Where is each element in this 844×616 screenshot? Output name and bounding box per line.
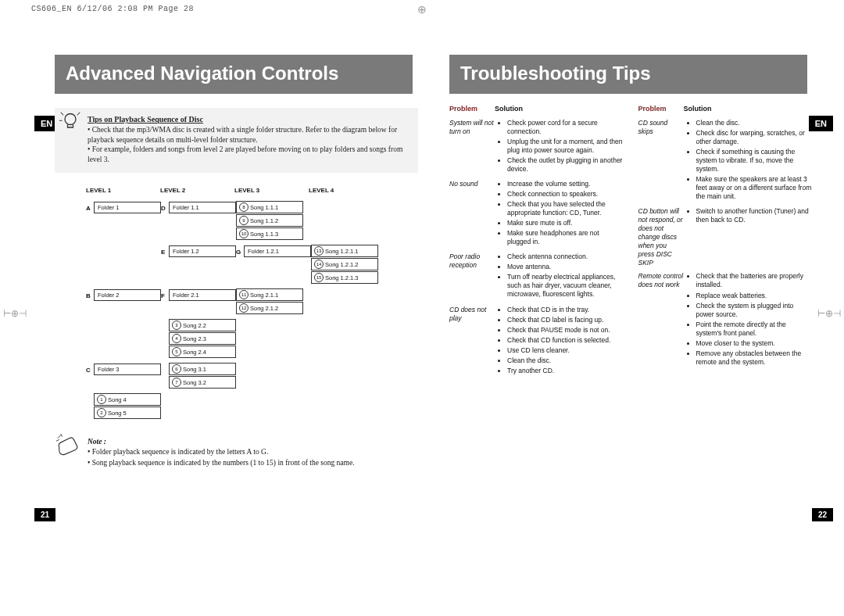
tips-line-1: • Check that the mp3/WMA disc is created… — [88, 126, 397, 144]
header-problem-2: Problem — [638, 105, 684, 114]
ts-solution-item: Check that CD label is facing up. — [507, 316, 624, 324]
ts-problem: CD button will not respond, or does not … — [638, 207, 687, 267]
ts-problem: No sound — [449, 180, 498, 248]
ts-solution-item: Point the remote directly at the system'… — [696, 321, 814, 338]
level-3: LEVEL 3 — [234, 187, 309, 194]
ts-solution-item: Clean the disc. — [507, 356, 624, 365]
songs-root: 1Song 4 2Song 5 — [94, 392, 161, 420]
ts-row: System will not turn onCheck power cord … — [449, 119, 624, 175]
ts-solution-item: Unplug the unit for a moment, and then p… — [507, 138, 624, 155]
ts-row: CD button will not respond, or does not … — [638, 207, 814, 267]
marker-g: G — [236, 244, 244, 285]
ts-solution-item: Check that PAUSE mode is not on. — [507, 326, 624, 335]
hand-icon — [56, 432, 80, 456]
ts-problem: CD does not play — [449, 306, 498, 377]
page-number-left: 21 — [34, 508, 55, 521]
ts-solution-item: Check the outlet by plugging in another … — [507, 156, 624, 174]
ts-solution-item: Check antenna connection. — [507, 252, 624, 261]
level-4: LEVEL 4 — [309, 187, 383, 194]
ts-solution-item: Check if something is causing the system… — [696, 148, 814, 174]
songs-b: 3Song 2.2 4Song 2.3 5Song 2.4 — [169, 318, 236, 359]
ts-problem: CD sound skips — [638, 119, 687, 202]
folder-1-1: Folder 1.1 — [169, 202, 236, 213]
ts-row: CD sound skipsClean the disc.Check disc … — [638, 119, 814, 202]
ts-solution: Check that the batteries are properly in… — [687, 272, 814, 367]
tips-box: Tips on Playback Sequence of Disc • Chec… — [55, 108, 418, 173]
folder-2-1: Folder 2.1 — [169, 289, 236, 301]
marker-d: D — [161, 200, 169, 241]
ts-row: CD does not playCheck that CD is in the … — [449, 306, 624, 377]
ts-row: Remote control does not workCheck that t… — [638, 272, 814, 367]
ts-solution: Increase the volume setting.Check connec… — [498, 180, 624, 248]
lightbulb-icon — [59, 111, 81, 133]
ts-solution-item: Check that the batteries are properly in… — [696, 272, 814, 289]
ts-solution-item: Remove any obstacles between the remote … — [696, 349, 814, 367]
ts-problem: System will not turn on — [449, 119, 498, 175]
ts-solution: Check antenna connection.Move antenna.Tu… — [498, 252, 624, 300]
ts-solution-item: Check the system is plugged into power s… — [696, 302, 814, 319]
crop-mark-left: ⊢⊕⊣ — [3, 308, 27, 319]
marker-c: C — [86, 362, 94, 389]
folder-diagram: LEVEL 1 LEVEL 2 LEVEL 3 LEVEL 4 A Folder… — [86, 187, 418, 420]
marker-b: B — [86, 288, 94, 315]
marker-a: A — [86, 200, 94, 241]
page-left: Advanced Navigation Controls EN Tips on … — [55, 55, 418, 468]
ts-row: No soundIncrease the volume setting.Chec… — [449, 180, 624, 248]
ts-solution-item: Make sure headphones are not plugged in. — [507, 229, 624, 246]
ts-solution-item: Switch to another function (Tuner) and t… — [696, 207, 814, 224]
songs-f: 11Song 2.1.1 12Song 2.1.2 — [236, 288, 303, 315]
note-box: Note : • Folder playback sequence is ind… — [55, 437, 418, 468]
folder-3: Folder 3 — [94, 364, 161, 375]
ts-problem: Poor radio reception — [449, 252, 498, 300]
ts-solution-item: Make sure the speakers are at least 3 fe… — [696, 175, 814, 201]
ts-solution: Check that CD is in the tray.Check that … — [498, 306, 624, 377]
ts-solution-item: Make sure mute is off. — [507, 219, 624, 227]
ts-row: Poor radio receptionCheck antenna connec… — [449, 252, 624, 300]
print-header: CS606_EN 6/12/06 2:08 PM Page 28 — [31, 5, 194, 13]
ts-solution-item: Increase the volume setting. — [507, 180, 624, 188]
songs-d: 8Song 1.1.1 9Song 1.1.2 10Song 1.1.3 — [236, 200, 303, 241]
tips-line-2: • For example, folders and songs from le… — [88, 145, 402, 163]
ts-solution-item: Check disc for warping, scratches, or ot… — [696, 129, 814, 146]
marker-f: F — [161, 288, 169, 315]
ts-solution-item: Move closer to the system. — [696, 339, 814, 348]
ts-solution-item: Check that you have selected the appropr… — [507, 200, 624, 217]
songs-c: 6Song 3.1 7Song 3.2 — [169, 362, 236, 389]
crop-mark-top: ⊕ — [417, 3, 427, 16]
marker-e: E — [161, 244, 169, 285]
tips-heading: Tips on Playback Sequence of Disc — [88, 115, 203, 124]
folder-1-2: Folder 1.2 — [169, 245, 236, 257]
note-heading: Note : — [88, 438, 106, 446]
page-right: Troubleshooting Tips EN Problem Solution… — [449, 55, 813, 468]
ts-solution-item: Clean the disc. — [696, 119, 814, 127]
ts-solution-item: Try another CD. — [507, 367, 624, 375]
title-advanced-nav: Advanced Navigation Controls — [55, 55, 413, 94]
header-problem: Problem — [449, 105, 495, 114]
ts-solution-item: Check power cord for a secure connection… — [507, 119, 624, 136]
lang-tab-right: EN — [809, 116, 833, 131]
songs-g: 13Song 1.2.1.1 14Song 1.2.1.2 15Song 1.2… — [311, 244, 378, 285]
ts-column-2: Problem Solution CD sound skipsClean the… — [638, 105, 814, 381]
level-1: LEVEL 1 — [86, 187, 160, 194]
note-line-2: • Song playback sequence is indicated by… — [88, 459, 355, 467]
header-solution: Solution — [495, 105, 624, 114]
folder-2: Folder 2 — [94, 289, 161, 301]
ts-column-1: Problem Solution System will not turn on… — [449, 105, 624, 381]
ts-solution-item: Check that CD is in the tray. — [507, 306, 624, 314]
ts-solution-item: Use CD lens cleaner. — [507, 346, 624, 355]
ts-solution: Switch to another function (Tuner) and t… — [687, 207, 814, 267]
folder-1-2-1: Folder 1.2.1 — [244, 245, 311, 257]
title-troubleshooting: Troubleshooting Tips — [449, 55, 807, 94]
ts-solution-item: Check connection to speakers. — [507, 190, 624, 199]
ts-solution-item: Turn off nearby electrical appliances, s… — [507, 273, 624, 299]
ts-solution-item: Replace weak batteries. — [696, 292, 814, 300]
level-headers: LEVEL 1 LEVEL 2 LEVEL 3 LEVEL 4 — [86, 187, 418, 194]
header-solution-2: Solution — [684, 105, 814, 114]
page-number-right: 22 — [812, 508, 833, 521]
level-2: LEVEL 2 — [160, 187, 234, 194]
ts-solution-item: Move antenna. — [507, 263, 624, 271]
note-line-1: • Folder playback sequence is indicated … — [88, 448, 268, 456]
svg-point-0 — [65, 114, 76, 125]
crop-mark-right: ⊢⊕⊣ — [817, 308, 841, 319]
ts-solution: Clean the disc.Check disc for warping, s… — [687, 119, 814, 202]
